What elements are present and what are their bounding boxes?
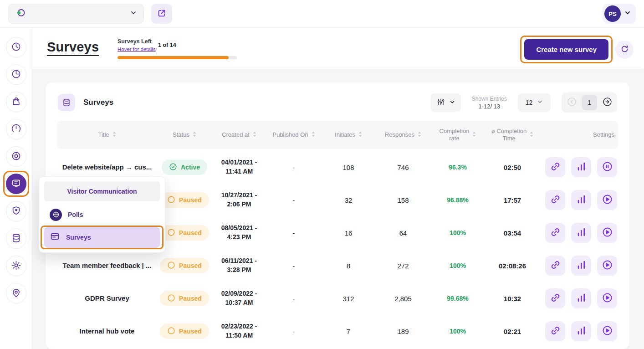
workspace-logo-icon (15, 7, 26, 20)
statistics-button[interactable] (571, 288, 591, 308)
responses: 189 (376, 328, 430, 335)
page-title: Surveys (47, 40, 99, 56)
bar-chart-icon (576, 226, 587, 239)
prev-page-button[interactable] (564, 95, 579, 110)
sidebar-item-analytics[interactable] (6, 64, 26, 85)
flyout-item-surveys[interactable]: Surveys (44, 227, 160, 248)
surveys-left-block: Surveys Left Hover for details (118, 38, 237, 59)
surveys-count-label: 1 of 14 (158, 42, 176, 48)
column-header-title[interactable]: Title (57, 131, 157, 139)
sidebar-item-visitor-communication[interactable] (6, 174, 26, 194)
bar-chart-icon (576, 194, 587, 206)
copy-link-button[interactable] (545, 256, 565, 276)
statistics-button[interactable] (571, 190, 591, 210)
refresh-button[interactable] (615, 41, 634, 59)
user-menu[interactable]: PS (603, 4, 636, 24)
sidebar-item-locations[interactable] (6, 283, 26, 303)
copy-link-button[interactable] (545, 321, 565, 341)
completion-time: 17:57 (485, 196, 540, 204)
sidebar-item-shop[interactable] (6, 92, 26, 112)
status-badge: Active (162, 159, 207, 175)
column-header-responses[interactable]: Responses (376, 131, 430, 139)
circle-icon (167, 228, 175, 238)
sort-icon (112, 131, 116, 139)
circle-icon (167, 261, 175, 271)
survey-title: Team member feedback | ... (57, 262, 157, 270)
sidebar-item-targeting[interactable] (6, 146, 26, 167)
check-circle-icon (169, 163, 177, 172)
initiates: 32 (321, 196, 376, 204)
column-header-initiates[interactable]: Initiates (321, 131, 376, 139)
sort-icon (312, 131, 315, 139)
shown-entries-value: 1-12/ 13 (472, 103, 507, 110)
page-number-button[interactable]: 1 (582, 95, 597, 110)
completion-time: 02:21 (485, 328, 540, 335)
copy-link-button[interactable] (545, 157, 565, 177)
shopping-bag-icon (11, 96, 21, 108)
pause-survey-button[interactable] (597, 157, 617, 177)
filter-button[interactable] (431, 93, 461, 112)
refresh-icon (620, 44, 629, 55)
row-settings (540, 190, 617, 210)
created-at: 08/05/2021 -4:23 PM (212, 224, 266, 241)
created-at: 04/01/2021 -11:41 AM (212, 158, 266, 176)
table-row: Internal hub votePaused02/23/2022 -11:50… (57, 315, 618, 348)
sidebar-item-data[interactable] (6, 228, 26, 249)
statistics-button[interactable] (571, 223, 591, 243)
play-survey-button[interactable] (597, 256, 617, 276)
gauge-icon (11, 123, 21, 135)
sort-icon (193, 131, 196, 139)
column-header-status[interactable]: Status (157, 131, 212, 139)
initiates: 16 (321, 229, 376, 237)
play-survey-button[interactable] (597, 190, 617, 210)
link-icon (550, 325, 561, 338)
sort-icon (253, 131, 256, 139)
play-survey-button[interactable] (597, 223, 617, 243)
avatar[interactable]: PS (604, 5, 621, 22)
surveys-progress-bar (118, 56, 237, 59)
pie-chart-icon (11, 69, 21, 81)
completion-rate: 96.88% (430, 196, 485, 204)
page-size-select[interactable]: 12 (518, 93, 551, 112)
column-header-completion-time[interactable]: ø Completion Time (485, 128, 540, 143)
link-icon (550, 194, 561, 206)
map-pin-icon (11, 287, 21, 299)
copy-link-button[interactable] (545, 190, 565, 210)
statistics-button[interactable] (571, 321, 591, 341)
status-badge: Paused (160, 225, 209, 241)
column-header-published-on[interactable]: Published On (266, 131, 321, 139)
create-new-survey-button[interactable]: Create new survey (524, 39, 608, 60)
hover-for-details-link[interactable]: Hover for details (118, 46, 156, 52)
sidebar-item-performance[interactable] (6, 119, 26, 139)
bar-chart-icon (576, 325, 587, 338)
flyout-header[interactable]: Visitor Communication (44, 181, 160, 201)
column-header-completion-rate[interactable]: Completion rate (430, 128, 485, 143)
workspace-selector[interactable] (8, 4, 144, 24)
sliders-icon (436, 98, 445, 108)
surveys-left-label: Surveys Left (118, 38, 237, 45)
statistics-button[interactable] (571, 157, 591, 177)
arrow-left-circle-icon (567, 97, 577, 108)
sidebar-item-privacy[interactable] (6, 201, 26, 221)
play-survey-button[interactable] (597, 321, 617, 341)
table-header: TitleStatusCreated atPublished OnInitiat… (57, 121, 618, 149)
survey-title: GDPR Survey (57, 294, 157, 303)
open-external-button[interactable] (151, 4, 172, 24)
bar-chart-icon (576, 161, 587, 174)
survey-title: Internal hub vote (57, 327, 157, 335)
sidebar-item-settings[interactable] (6, 256, 26, 276)
created-at: 02/09/2022 -10:37 AM (212, 289, 266, 307)
next-page-button[interactable] (599, 95, 615, 110)
flyout-item-polls[interactable]: Polls (44, 204, 160, 225)
visitor-communication-flyout: Visitor Communication Polls Surveys (39, 176, 165, 253)
published-on: - (266, 196, 321, 204)
column-header-created-at[interactable]: Created at (212, 131, 266, 139)
bar-chart-icon (576, 292, 587, 305)
statistics-button[interactable] (571, 256, 591, 276)
copy-link-button[interactable] (545, 223, 565, 243)
play-survey-button[interactable] (597, 288, 617, 308)
copy-link-button[interactable] (545, 288, 565, 308)
completion-rate: 100% (430, 229, 485, 236)
sidebar-item-dashboard[interactable] (6, 37, 26, 57)
circle-icon (167, 195, 175, 205)
